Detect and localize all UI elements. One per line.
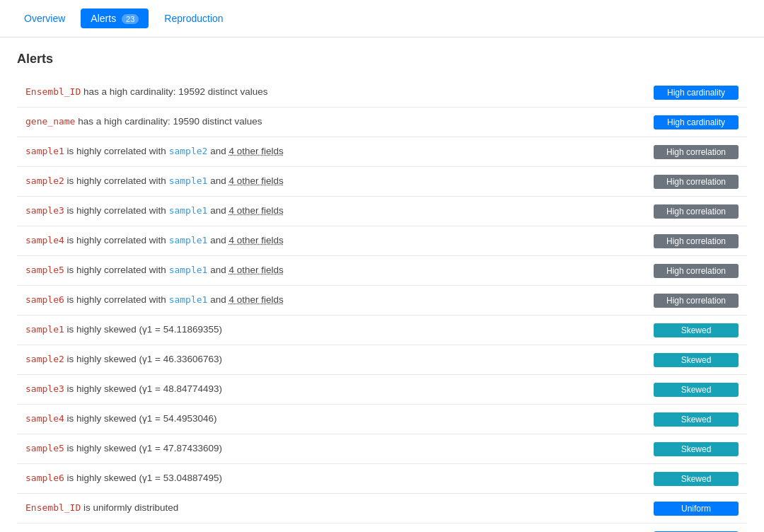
correlated-field: sample1 [169, 175, 208, 186]
field-name: sample1 [25, 324, 64, 335]
alert-badge: High correlation [654, 204, 739, 219]
badge-label: Uniform [654, 502, 739, 516]
field-name: sample2 [25, 175, 64, 186]
alert-row: gene_name is uniformly distributedUnifor… [17, 524, 747, 532]
badge-label: Skewed [654, 353, 739, 367]
alert-badge: High cardinality [654, 86, 739, 100]
alert-badge: High cardinality [654, 115, 739, 129]
alert-row: sample3 is highly correlated with sample… [17, 197, 747, 226]
alert-row: sample4 is highly correlated with sample… [17, 226, 747, 256]
alert-row: sample3 is highly skewed (γ1 = 48.847744… [17, 375, 747, 405]
alert-badge: Skewed [654, 442, 739, 456]
alert-row: sample1 is highly correlated with sample… [17, 137, 747, 167]
field-name: sample2 [25, 354, 64, 364]
field-name: sample5 [25, 265, 64, 275]
alert-text-4: sample2 is highly correlated with sample… [25, 175, 654, 188]
alert-row: gene_name has a high cardinality: 19590 … [17, 108, 747, 137]
alert-row: sample2 is highly correlated with sample… [17, 167, 747, 197]
badge-label: High correlation [654, 234, 739, 248]
other-fields-link[interactable]: 4 other fields [228, 235, 283, 245]
badge-label: High correlation [654, 294, 739, 308]
other-fields-link[interactable]: 4 other fields [228, 265, 283, 275]
field-name: sample4 [25, 235, 64, 245]
other-fields-link[interactable]: 4 other fields [228, 175, 283, 186]
correlated-field: sample1 [169, 265, 208, 275]
alert-row: sample5 is highly correlated with sample… [17, 256, 747, 286]
alert-badge: Uniform [654, 502, 739, 516]
alert-row: sample1 is highly skewed (γ1 = 54.118693… [17, 316, 747, 345]
alert-text-15: Ensembl_ID is uniformly distributed [25, 502, 654, 515]
alert-text-8: sample6 is highly correlated with sample… [25, 294, 654, 307]
alert-text-9: sample1 is highly skewed (γ1 = 54.118693… [25, 323, 654, 337]
alert-badge: High correlation [654, 145, 739, 159]
alert-text-2: gene_name has a high cardinality: 19590 … [25, 115, 654, 129]
correlated-field: sample1 [169, 294, 208, 305]
field-name: Ensembl_ID [25, 502, 81, 513]
field-name: sample1 [25, 146, 64, 156]
alert-row: Ensembl_ID is uniformly distributedUnifo… [17, 494, 747, 524]
alert-badge: Skewed [654, 323, 739, 337]
badge-label: Skewed [654, 383, 739, 397]
field-name: gene_name [25, 116, 75, 127]
alert-badge: High correlation [654, 234, 739, 248]
main-content: Alerts Ensembl_ID has a high cardinality… [0, 37, 764, 532]
alerts-list: Ensembl_ID has a high cardinality: 19592… [17, 78, 747, 532]
badge-label: High cardinality [654, 86, 739, 100]
alert-row: sample6 is highly skewed (γ1 = 53.048874… [17, 464, 747, 494]
alert-badge: Skewed [654, 353, 739, 367]
alert-text-12: sample4 is highly skewed (γ1 = 54.495304… [25, 412, 654, 426]
correlated-field: sample1 [169, 205, 208, 216]
tab-reproduction[interactable]: Reproduction [154, 8, 233, 28]
top-nav: Overview Alerts 23 Reproduction [0, 0, 764, 37]
alert-badge: High correlation [654, 294, 739, 308]
badge-label: High correlation [654, 175, 739, 189]
badge-label: Skewed [654, 412, 739, 427]
field-name: sample6 [25, 473, 64, 483]
field-name: sample3 [25, 383, 64, 394]
alert-text-6: sample4 is highly correlated with sample… [25, 234, 654, 248]
field-name: sample6 [25, 294, 64, 305]
alert-text-5: sample3 is highly correlated with sample… [25, 204, 654, 218]
badge-label: Skewed [654, 442, 739, 456]
alert-row: sample2 is highly skewed (γ1 = 46.336067… [17, 345, 747, 375]
alert-row: Ensembl_ID has a high cardinality: 19592… [17, 78, 747, 108]
alert-badge: Skewed [654, 412, 739, 427]
alert-text-1: Ensembl_ID has a high cardinality: 19592… [25, 86, 654, 99]
field-name: sample4 [25, 413, 64, 424]
badge-label: High correlation [654, 145, 739, 159]
field-name: sample3 [25, 205, 64, 216]
alert-text-10: sample2 is highly skewed (γ1 = 46.336067… [25, 353, 654, 366]
alert-text-7: sample5 is highly correlated with sample… [25, 264, 654, 277]
alert-text-3: sample1 is highly correlated with sample… [25, 145, 654, 158]
alert-row: sample6 is highly correlated with sample… [17, 286, 747, 316]
badge-label: Skewed [654, 472, 739, 486]
other-fields-link[interactable]: 4 other fields [228, 205, 283, 216]
alert-text-14: sample6 is highly skewed (γ1 = 53.048874… [25, 472, 654, 485]
section-title: Alerts [17, 52, 747, 66]
alert-row: sample5 is highly skewed (γ1 = 47.874336… [17, 434, 747, 464]
correlated-field: sample1 [169, 235, 208, 245]
alert-text-13: sample5 is highly skewed (γ1 = 47.874336… [25, 442, 654, 456]
badge-label: High cardinality [654, 115, 739, 129]
alert-badge: High correlation [654, 175, 739, 189]
alert-text-11: sample3 is highly skewed (γ1 = 48.847744… [25, 383, 654, 396]
alert-badge: High correlation [654, 264, 739, 278]
alert-badge: Skewed [654, 383, 739, 397]
other-fields-link[interactable]: 4 other fields [228, 146, 283, 156]
badge-label: High correlation [654, 204, 739, 219]
alerts-badge: 23 [122, 14, 139, 24]
badge-label: Skewed [654, 323, 739, 337]
field-name: Ensembl_ID [25, 86, 81, 97]
correlated-field: sample2 [169, 146, 208, 156]
alert-row: sample4 is highly skewed (γ1 = 54.495304… [17, 405, 747, 434]
badge-label: High correlation [654, 264, 739, 278]
tab-overview[interactable]: Overview [14, 8, 75, 28]
tab-alerts[interactable]: Alerts 23 [81, 8, 149, 28]
other-fields-link[interactable]: 4 other fields [228, 294, 283, 305]
field-name: sample5 [25, 443, 64, 453]
alert-badge: Skewed [654, 472, 739, 486]
